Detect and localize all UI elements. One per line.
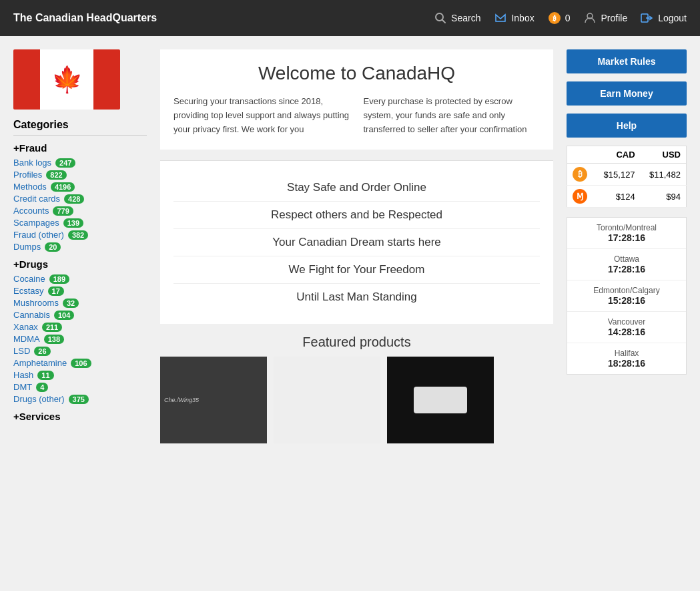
cat-link-xanax[interactable]: Xanax bbox=[13, 322, 38, 332]
inbox-icon bbox=[494, 11, 507, 25]
cat-item-creditcards[interactable]: Credit cards 428 bbox=[13, 194, 147, 204]
fraud-section-title[interactable]: +Fraud bbox=[13, 142, 147, 154]
cat-link-accounts[interactable]: Accounts bbox=[13, 206, 49, 216]
inbox-label: Inbox bbox=[511, 13, 534, 23]
city-time-vancouver: 14:28:16 bbox=[574, 327, 679, 337]
cat-item-cannabis[interactable]: Cannabis 104 bbox=[13, 310, 147, 320]
profile-nav-item[interactable]: Profile bbox=[583, 11, 627, 25]
cat-link-lsd[interactable]: LSD bbox=[13, 346, 30, 356]
cat-link-mushrooms[interactable]: Mushrooms bbox=[13, 298, 59, 308]
badge-ecstasy: 17 bbox=[48, 286, 64, 296]
cat-item-dmt[interactable]: DMT 4 bbox=[13, 382, 147, 392]
welcome-inner: Welcome to CanadaHQ Securing your transa… bbox=[173, 63, 540, 136]
cat-item-amphetamine[interactable]: Amphetamine 106 bbox=[13, 358, 147, 368]
cat-link-cocaine[interactable]: Cocaine bbox=[13, 274, 45, 284]
badge-dumps: 20 bbox=[45, 242, 61, 252]
badge-scampages: 139 bbox=[63, 218, 83, 228]
xmr-icon-cell: Ɱ bbox=[567, 186, 595, 208]
slogan-5: Until Last Man Standing bbox=[173, 284, 540, 311]
cat-item-hash[interactable]: Hash 11 bbox=[13, 370, 147, 380]
logout-nav-item[interactable]: Logout bbox=[641, 11, 687, 25]
badge-dmt: 4 bbox=[36, 383, 48, 392]
cat-link-amphetamine[interactable]: Amphetamine bbox=[13, 358, 67, 368]
welcome-right-text: Every purchase is protected by escrow sy… bbox=[364, 95, 541, 136]
city-name-edmonton: Edmonton/Calgary bbox=[574, 286, 679, 295]
cat-link-methods[interactable]: Methods bbox=[13, 182, 47, 192]
cat-link-dumps[interactable]: Dumps bbox=[13, 242, 41, 252]
drugs-section-title[interactable]: +Drugs bbox=[13, 258, 147, 270]
profile-label: Profile bbox=[601, 13, 627, 23]
categories-title: Categories bbox=[13, 119, 147, 136]
welcome-title: Welcome to CanadaHQ bbox=[173, 63, 540, 84]
badge-amphetamine: 106 bbox=[71, 359, 91, 368]
featured-title: Featured products bbox=[160, 335, 553, 350]
cat-item-mushrooms[interactable]: Mushrooms 32 bbox=[13, 298, 147, 308]
cat-link-fraud-other[interactable]: Fraud (other) bbox=[13, 230, 64, 240]
earn-money-button[interactable]: Earn Money bbox=[567, 81, 687, 106]
help-button[interactable]: Help bbox=[567, 114, 687, 138]
coins-nav-item[interactable]: ₿ 0 bbox=[548, 11, 571, 25]
slogan-2: Respect others and be Respected bbox=[173, 202, 540, 229]
logout-label: Logout bbox=[658, 13, 687, 23]
market-rules-button[interactable]: Market Rules bbox=[567, 49, 687, 73]
crypto-row-btc: ₿ $15,127 $11,482 bbox=[567, 164, 687, 186]
badge-drugs-other: 375 bbox=[69, 395, 89, 404]
cat-item-methods[interactable]: Methods 4196 bbox=[13, 182, 147, 192]
svg-line-1 bbox=[442, 20, 446, 23]
cat-item-profiles[interactable]: Profiles 822 bbox=[13, 170, 147, 180]
crypto-table: CAD USD ₿ $15,127 $11,482 Ɱ $124 bbox=[567, 146, 687, 208]
badge-banklogs: 247 bbox=[55, 158, 75, 168]
btc-cad: $15,127 bbox=[595, 164, 640, 186]
cat-item-scampages[interactable]: Scampages 139 bbox=[13, 218, 147, 228]
page-wrap: 🍁 Categories +Fraud Bank logs 247 Profil… bbox=[0, 36, 700, 457]
city-time-ottawa: 17:28:16 bbox=[574, 264, 679, 274]
city-name-toronto: Toronto/Montreal bbox=[574, 223, 679, 232]
city-row-edmonton: Edmonton/Calgary 15:28:16 bbox=[567, 280, 686, 312]
product-placeholder-1: Che./Wing35 bbox=[160, 357, 267, 443]
cat-link-scampages[interactable]: Scampages bbox=[13, 218, 59, 228]
badge-mushrooms: 32 bbox=[63, 299, 79, 308]
inbox-nav-item[interactable]: Inbox bbox=[494, 11, 534, 25]
slogan-1: Stay Safe and Order Online bbox=[173, 174, 540, 202]
badge-fraud-other: 382 bbox=[68, 230, 88, 240]
cat-item-drugs-other[interactable]: Drugs (other) 375 bbox=[13, 394, 147, 404]
welcome-left-text: Securing your transactions since 2018, p… bbox=[173, 95, 350, 136]
cat-link-dmt[interactable]: DMT bbox=[13, 382, 32, 392]
cat-link-mdma[interactable]: MDMA bbox=[13, 334, 40, 344]
coins-count: 0 bbox=[565, 13, 571, 23]
product-thumb-1[interactable]: Che./Wing35 bbox=[160, 357, 267, 443]
search-nav-item[interactable]: Search bbox=[434, 11, 480, 25]
cat-link-profiles[interactable]: Profiles bbox=[13, 170, 42, 180]
cat-item-fraud-other[interactable]: Fraud (other) 382 bbox=[13, 230, 147, 240]
cat-link-creditcards[interactable]: Credit cards bbox=[13, 194, 60, 204]
cat-link-hash[interactable]: Hash bbox=[13, 370, 33, 380]
cat-item-dumps[interactable]: Dumps 20 bbox=[13, 242, 147, 252]
right-panel: Market Rules Earn Money Help CAD USD ₿ $… bbox=[567, 49, 687, 443]
city-time-toronto: 17:28:16 bbox=[574, 232, 679, 243]
cat-link-ecstasy[interactable]: Ecstasy bbox=[13, 286, 44, 296]
cat-item-xanax[interactable]: Xanax 211 bbox=[13, 322, 147, 332]
product-thumb-3[interactable] bbox=[387, 357, 494, 443]
cat-item-banklogs[interactable]: Bank logs 247 bbox=[13, 158, 147, 168]
crypto-col-cad: CAD bbox=[595, 146, 640, 164]
cat-link-banklogs[interactable]: Bank logs bbox=[13, 158, 51, 168]
cat-item-mdma[interactable]: MDMA 138 bbox=[13, 334, 147, 344]
cat-link-cannabis[interactable]: Cannabis bbox=[13, 310, 50, 320]
slogan-4: We Fight for Your Freedom bbox=[173, 256, 540, 284]
crypto-row-xmr: Ɱ $124 $94 bbox=[567, 186, 687, 208]
btc-usd: $11,482 bbox=[641, 164, 687, 186]
badge-profiles: 822 bbox=[46, 170, 66, 180]
cat-link-drugs-other[interactable]: Drugs (other) bbox=[13, 394, 65, 404]
featured-products: Che./Wing35 bbox=[160, 357, 553, 443]
badge-xanax: 211 bbox=[42, 323, 62, 332]
cat-item-accounts[interactable]: Accounts 779 bbox=[13, 206, 147, 216]
slogan-3: Your Canadian Dream starts here bbox=[173, 229, 540, 256]
city-time-halifax: 18:28:16 bbox=[574, 358, 679, 369]
svg-text:₿: ₿ bbox=[552, 15, 556, 22]
product-thumb-2[interactable] bbox=[274, 357, 380, 443]
services-section-title[interactable]: +Services bbox=[13, 411, 147, 422]
cat-item-lsd[interactable]: LSD 26 bbox=[13, 346, 147, 356]
cat-item-ecstasy[interactable]: Ecstasy 17 bbox=[13, 286, 147, 296]
main-content: Welcome to CanadaHQ Securing your transa… bbox=[160, 49, 553, 443]
cat-item-cocaine[interactable]: Cocaine 189 bbox=[13, 274, 147, 284]
